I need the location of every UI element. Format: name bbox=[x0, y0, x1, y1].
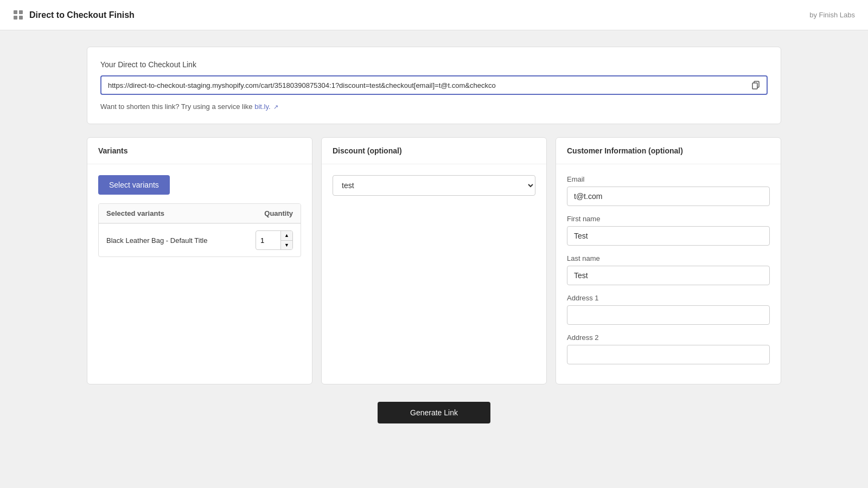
clipboard-icon bbox=[751, 81, 760, 89]
svg-rect-3 bbox=[19, 16, 23, 20]
discount-panel: Discount (optional) test SAVE10 WELCOME bbox=[321, 137, 547, 384]
external-link-icon: ↗ bbox=[273, 104, 278, 110]
svg-rect-5 bbox=[752, 83, 757, 89]
quantity-down-button[interactable]: ▼ bbox=[281, 241, 292, 250]
svg-rect-1 bbox=[19, 10, 23, 14]
link-card: Your Direct to Checkout Link Want to sho… bbox=[87, 47, 781, 124]
discount-panel-body: test SAVE10 WELCOME bbox=[322, 164, 546, 207]
app-logo-icon bbox=[13, 10, 24, 21]
header-attribution: by Finish Labs bbox=[809, 11, 855, 19]
main-content: Your Direct to Checkout Link Want to sho… bbox=[0, 30, 868, 440]
quantity-up-button[interactable]: ▲ bbox=[281, 231, 292, 241]
select-variants-button[interactable]: Select variants bbox=[98, 175, 170, 195]
variants-panel-header: Variants bbox=[87, 138, 312, 164]
address2-label: Address 2 bbox=[567, 333, 770, 342]
last-name-group: Last name bbox=[567, 254, 770, 285]
spinner-buttons: ▲ ▼ bbox=[280, 231, 292, 249]
variants-table: Selected variants Quantity Black Leather… bbox=[98, 203, 301, 257]
quantity-input[interactable] bbox=[256, 233, 280, 248]
link-card-title: Your Direct to Checkout Link bbox=[100, 60, 768, 69]
customer-info-panel: Customer Information (optional) Email Fi… bbox=[556, 137, 781, 384]
bitly-link[interactable]: bit.ly. ↗ bbox=[254, 102, 278, 111]
col-selected-variants: Selected variants bbox=[106, 209, 164, 217]
checkout-link-input[interactable] bbox=[100, 75, 745, 95]
table-row: Black Leather Bag - Default Title ▲ ▼ bbox=[99, 223, 301, 256]
variant-name: Black Leather Bag - Default Title bbox=[106, 236, 256, 245]
customer-info-panel-header: Customer Information (optional) bbox=[556, 138, 781, 164]
email-label: Email bbox=[567, 175, 770, 183]
col-quantity: Quantity bbox=[264, 209, 293, 217]
quantity-spinner: ▲ ▼ bbox=[256, 230, 293, 250]
email-group: Email bbox=[567, 175, 770, 206]
last-name-label: Last name bbox=[567, 254, 770, 262]
address2-group: Address 2 bbox=[567, 333, 770, 364]
header-left: Direct to Checkout Finish bbox=[13, 10, 135, 21]
svg-rect-0 bbox=[14, 10, 17, 14]
copy-link-button[interactable] bbox=[745, 75, 768, 95]
columns-grid: Variants Select variants Selected varian… bbox=[87, 137, 781, 384]
address2-field[interactable] bbox=[567, 345, 770, 364]
email-field[interactable] bbox=[567, 187, 770, 206]
app-header: Direct to Checkout Finish by Finish Labs bbox=[0, 0, 868, 30]
address1-field[interactable] bbox=[567, 305, 770, 325]
discount-panel-header: Discount (optional) bbox=[322, 138, 546, 164]
first-name-field[interactable] bbox=[567, 226, 770, 246]
generate-link-button[interactable]: Generate Link bbox=[378, 402, 490, 423]
variants-panel-body: Select variants Selected variants Quanti… bbox=[87, 164, 312, 268]
last-name-field[interactable] bbox=[567, 266, 770, 285]
link-input-row bbox=[100, 75, 768, 95]
variants-table-header: Selected variants Quantity bbox=[99, 204, 301, 223]
shorten-hint: Want to shorten this link? Try using a s… bbox=[100, 102, 768, 111]
first-name-group: First name bbox=[567, 215, 770, 246]
app-title: Direct to Checkout Finish bbox=[29, 10, 135, 20]
address1-group: Address 1 bbox=[567, 294, 770, 325]
discount-select[interactable]: test SAVE10 WELCOME bbox=[333, 175, 535, 196]
address1-label: Address 1 bbox=[567, 294, 770, 302]
svg-rect-2 bbox=[14, 16, 17, 20]
customer-info-panel-body: Email First name Last name Address 1 Add… bbox=[556, 164, 781, 384]
first-name-label: First name bbox=[567, 215, 770, 223]
bottom-row: Generate Link bbox=[87, 397, 781, 423]
variants-panel: Variants Select variants Selected varian… bbox=[87, 137, 312, 384]
